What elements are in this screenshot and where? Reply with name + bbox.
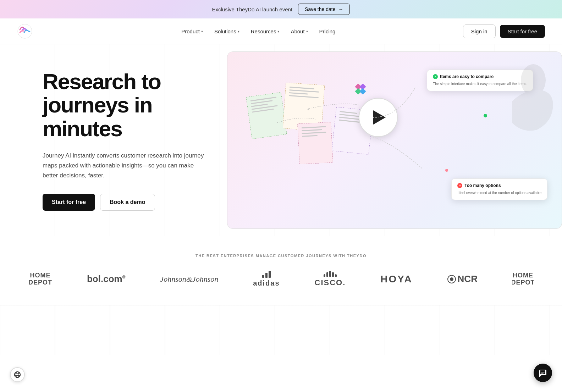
logo-link[interactable] — [17, 23, 33, 39]
logo-home-depot: HOME DEPOT — [28, 272, 52, 286]
logo-cisco: CISCO. — [315, 271, 346, 287]
svg-rect-4 — [359, 88, 366, 94]
chevron-down-icon: ▾ — [238, 29, 239, 33]
hero-title: Research to journeys in minutes — [43, 70, 213, 141]
logo-bol-com: bol.com® — [87, 274, 126, 285]
nav-actions: Sign in Start for free — [463, 24, 545, 38]
hero-actions: Start for free Book a demo — [43, 194, 213, 211]
connector-dot-2 — [445, 169, 448, 172]
warn-icon: ✕ — [457, 183, 462, 188]
logo-home-depot-2: HOME DEPOT — [512, 272, 534, 286]
doc-card-3 — [297, 122, 333, 165]
hero-left: Research to journeys in minutes Journey … — [43, 70, 227, 211]
start-free-button-nav[interactable]: Start for free — [500, 25, 545, 38]
tooltip-title-1: ✓ Items are easy to compare — [433, 74, 527, 79]
nav-links: Product ▾ Solutions ▾ Resources ▾ About … — [54, 26, 463, 37]
logos-label: THE BEST ENTERPRISES MANAGE CUSTOMER JOU… — [28, 254, 534, 258]
chevron-down-icon: ▾ — [306, 29, 308, 33]
doc-card-1 — [246, 92, 287, 139]
ncr-circle-icon — [447, 275, 456, 283]
banner-text: Exclusive TheyDo AI launch event — [212, 6, 293, 12]
tooltip-easy-compare: ✓ Items are easy to compare The simple i… — [427, 70, 533, 91]
logo-johnson-johnson: Johnson&Johnson — [160, 275, 218, 284]
cisco-dots-row — [324, 271, 337, 277]
logo-hoya: HOYA — [380, 274, 412, 285]
tooltip-body-1: The simple interface makes it easy to co… — [433, 81, 527, 87]
nav-item-product[interactable]: Product ▾ — [176, 26, 208, 37]
play-icon — [373, 110, 386, 125]
save-date-button[interactable]: Save the date → — [298, 4, 350, 15]
hero-section: Research to journeys in minutes Journey … — [0, 44, 562, 236]
nav-item-about[interactable]: About ▾ — [286, 26, 313, 37]
logo-ncr: NCR — [447, 274, 478, 285]
adidas-stripes — [262, 271, 271, 278]
logos-row: HOME DEPOT bol.com® Johnson&Johnson — [28, 271, 534, 287]
tooltip-too-many-options: ✕ Too many options I feel overwhelmed at… — [451, 178, 547, 200]
theydo-logo-icon — [17, 23, 33, 39]
check-icon: ✓ — [433, 74, 438, 79]
main-nav: Product ▾ Solutions ▾ Resources ▾ About … — [0, 18, 562, 44]
announcement-banner: Exclusive TheyDo AI launch event Save th… — [0, 0, 562, 18]
logo-adidas: adidas — [253, 271, 280, 287]
logos-section: THE BEST ENTERPRISES MANAGE CUSTOMER JOU… — [0, 236, 562, 305]
connector-dot-1 — [484, 114, 487, 117]
chevron-down-icon: ▾ — [201, 29, 203, 33]
tooltip-body-2: I feel overwhelmed at the number of opti… — [457, 190, 541, 195]
main-content: Research to journeys in minutes Journey … — [0, 44, 562, 355]
tooltip-title-2: ✕ Too many options — [457, 183, 541, 188]
nav-item-resources[interactable]: Resources ▾ — [246, 26, 285, 37]
start-free-button-hero[interactable]: Start for free — [43, 194, 95, 211]
gem-icon — [352, 80, 369, 98]
hero-canvas: ✓ Items are easy to compare The simple i… — [227, 51, 562, 229]
play-button[interactable] — [359, 98, 398, 137]
hero-illustration: ✓ Items are easy to compare The simple i… — [234, 66, 519, 215]
bottom-section — [0, 305, 562, 355]
signin-button[interactable]: Sign in — [463, 24, 496, 38]
nav-item-solutions[interactable]: Solutions ▾ — [209, 26, 244, 37]
nav-item-pricing[interactable]: Pricing — [314, 26, 341, 37]
hero-description: Journey AI instantly converts customer r… — [43, 151, 206, 181]
chevron-down-icon: ▾ — [277, 29, 279, 33]
book-demo-button[interactable]: Book a demo — [100, 194, 155, 211]
